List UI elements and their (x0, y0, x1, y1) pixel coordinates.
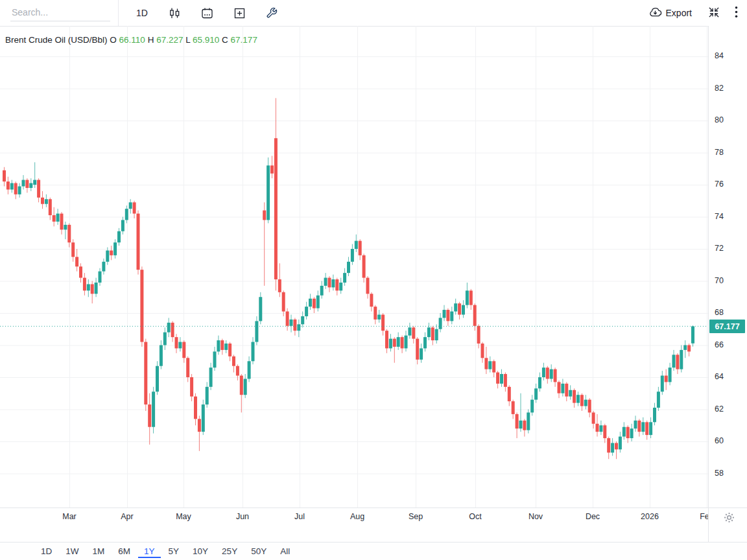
candle-body (481, 344, 484, 358)
price-tick-label: 84 (715, 51, 724, 60)
collapse-button[interactable] (705, 3, 723, 23)
candle-body (190, 377, 193, 397)
price-tick-label: 82 (715, 84, 724, 93)
legend-symbol: Brent Crude Oil (USD/Bbl) (5, 35, 108, 45)
price-tick-label: 62 (715, 404, 724, 414)
candle-body (439, 318, 442, 329)
more-menu-button[interactable] (732, 3, 741, 23)
price-tick-label: 70 (715, 276, 724, 285)
candle-body (106, 250, 109, 261)
candle-body (186, 358, 189, 377)
time-tick-label: Aug (342, 512, 372, 521)
candle-body (477, 326, 480, 344)
date-range-button[interactable] (198, 4, 216, 22)
candle-body (244, 379, 247, 395)
candle-body (297, 324, 300, 331)
candle-body (202, 404, 205, 432)
range-button-1y[interactable]: 1Y (138, 545, 161, 558)
candle-body (95, 283, 98, 294)
time-tick-label: 2026 (635, 512, 665, 521)
gear-icon (724, 515, 735, 525)
calendar-icon (201, 7, 213, 19)
candle-body (110, 250, 113, 255)
candle-body (301, 316, 304, 324)
candle-body (140, 270, 143, 342)
candle-body (347, 262, 350, 273)
legend-open-value: 66.110 (119, 35, 145, 45)
candle-body (232, 356, 235, 366)
time-axis[interactable]: MarAprMayJunJulAugSepOctNovDec2026Feb (0, 508, 708, 542)
candle-body (504, 374, 507, 387)
range-button-5y[interactable]: 5Y (163, 545, 185, 558)
interval-button[interactable]: 1D (133, 4, 151, 22)
chart-settings-button[interactable] (722, 511, 736, 526)
candle-body (331, 279, 335, 287)
collapse-arrows-icon (707, 6, 720, 21)
candle-body (661, 376, 664, 392)
candle-body (431, 327, 434, 340)
candle-body (626, 427, 630, 438)
candle-body (125, 209, 128, 220)
candle-body (538, 377, 541, 388)
range-button-1d[interactable]: 1D (35, 545, 58, 558)
range-button-10y[interactable]: 10Y (187, 545, 214, 558)
range-toolbar: 1D 1W 1M 6M 1Y 5Y 10Y 25Y 50Y All (0, 542, 747, 560)
candle-body (14, 183, 18, 194)
price-tick-label: 80 (715, 115, 724, 124)
tools-button[interactable] (263, 4, 281, 22)
time-tick-label: Oct (460, 512, 490, 521)
range-button-1w[interactable]: 1W (60, 545, 84, 558)
range-button-25y[interactable]: 25Y (216, 545, 243, 558)
candle-body (389, 339, 392, 349)
candle-body (255, 321, 258, 342)
candle-body (462, 305, 465, 315)
candlestick-chart[interactable]: Brent Crude Oil (USD/Bbl) O 66.110 H 67.… (0, 26, 708, 508)
candle-body (393, 339, 396, 347)
candle-body (236, 366, 239, 376)
candle-body (473, 305, 477, 326)
candle-body (374, 307, 377, 320)
candle-body (630, 428, 634, 438)
candle-body (156, 366, 159, 392)
candle-body (252, 342, 255, 362)
candle-body (542, 368, 545, 377)
candle-body (508, 387, 511, 401)
range-button-6m[interactable]: 6M (112, 545, 136, 558)
candle-body (362, 255, 366, 278)
price-tick-label: 78 (715, 148, 724, 157)
price-tick-label: 68 (715, 308, 724, 317)
candle-body (71, 242, 75, 257)
candle-body (427, 327, 431, 337)
candle-body (423, 337, 427, 348)
candle-body (163, 332, 167, 345)
range-button-1m[interactable]: 1M (87, 545, 111, 558)
candle-body (25, 180, 29, 188)
range-button-all[interactable]: All (274, 545, 296, 558)
candle-body (313, 299, 316, 309)
add-indicator-button[interactable] (230, 4, 248, 22)
candle-body (401, 337, 404, 348)
candle-body (56, 214, 60, 222)
candle-body (343, 273, 346, 283)
candle-body (653, 408, 656, 422)
price-axis[interactable]: 67.177 8482807876747270686664626058 (708, 26, 747, 542)
toolbar-divider (118, 0, 119, 26)
candle-body (259, 297, 262, 321)
candle-body (516, 414, 519, 428)
candle-body (240, 376, 243, 395)
search-input[interactable] (10, 5, 110, 21)
range-button-50y[interactable]: 50Y (245, 545, 272, 558)
chart-type-button[interactable] (165, 4, 184, 22)
candle-body (152, 391, 155, 426)
candle-body (144, 342, 147, 405)
candle-body (83, 278, 86, 291)
candle-body (641, 422, 645, 432)
candle-body (209, 368, 213, 387)
price-tick-label: 72 (715, 244, 724, 253)
export-button[interactable]: Export (645, 5, 696, 21)
candle-body (466, 290, 469, 305)
time-tick-label: Mar (54, 512, 84, 521)
candle-body (10, 183, 14, 190)
candle-body (102, 262, 105, 272)
legend-close-value: 67.177 (231, 35, 257, 45)
